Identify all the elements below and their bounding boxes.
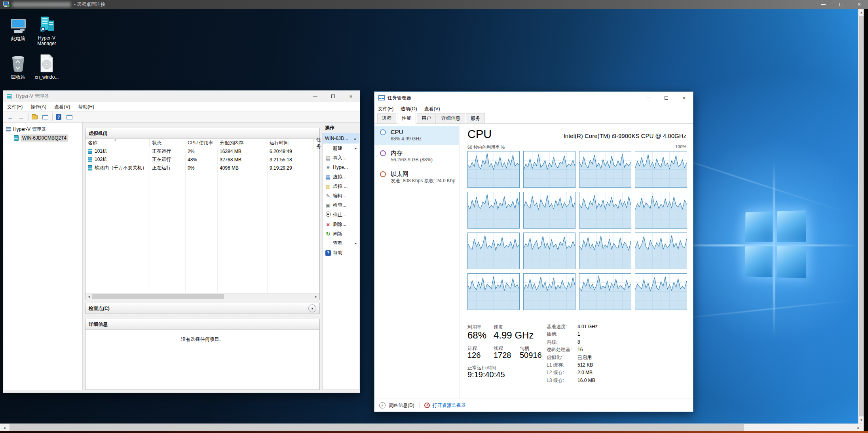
column-memory[interactable]: 分配的内存: [217, 139, 267, 147]
cpu-core-graph-cpu-12[interactable]: [467, 273, 520, 310]
cpu-core-graph-cpu-8[interactable]: [467, 233, 520, 269]
action-停止[interactable]: 停止...: [323, 210, 359, 219]
action-删除[interactable]: ×删除...: [323, 219, 359, 229]
desktop-icon-iso-file[interactable]: cn_windo...: [30, 53, 63, 80]
cpu-core-graph-cpu-10[interactable]: [579, 233, 631, 269]
tab-详细信息[interactable]: 详细信息: [437, 113, 465, 123]
cpu-core-graph-cpu-11[interactable]: [635, 233, 687, 269]
cpu-core-graph-cpu-14[interactable]: [579, 273, 631, 310]
help-icon[interactable]: ?: [55, 113, 63, 121]
spec-row: 插槽:1: [547, 331, 598, 338]
scroll-down-icon[interactable]: ▾: [859, 416, 864, 424]
vm-row-软路由（千万不要关机）[interactable]: 软路由（千万不要关机）正在运行0%4096 MB9.19:29:29: [85, 164, 319, 172]
rdp-close-button[interactable]: ×: [850, 0, 868, 9]
checkpoints-section[interactable]: 检查点(C) ▾: [85, 303, 320, 314]
stop-service-icon: [324, 212, 332, 218]
checkpoints-expand-button[interactable]: ▾: [308, 304, 316, 312]
menu-options[interactable]: 选项(O): [397, 106, 420, 112]
action-虚拟[interactable]: ▥虚拟 ...: [323, 182, 359, 191]
menu-view[interactable]: 查看(V): [50, 104, 74, 110]
column-name[interactable]: 名称∧: [85, 139, 150, 147]
taskmgr-minimize-button[interactable]: [640, 92, 657, 104]
column-uptime[interactable]: 运行时间: [267, 139, 314, 147]
actions-host-item[interactable]: WIN-6JD... ▲: [323, 133, 359, 144]
taskmgr-titlebar[interactable]: 任务管理器 ×: [374, 92, 693, 104]
rdp-horizontal-scrollbar[interactable]: ◂ ▸: [0, 424, 863, 431]
action-新建[interactable]: 新建▸: [323, 144, 359, 153]
forward-icon[interactable]: →: [17, 113, 25, 121]
open-resource-monitor-link[interactable]: 打开资源监视器: [433, 402, 466, 409]
cpu-core-graph-cpu-0[interactable]: [467, 151, 520, 188]
cpu-core-graph-cpu-6[interactable]: [579, 192, 631, 229]
scroll-up-icon[interactable]: ▴: [859, 9, 864, 16]
vertical-scroll-thumb[interactable]: [859, 16, 864, 416]
console-window-icon[interactable]: [41, 113, 49, 121]
action-虚拟[interactable]: ▦虚拟...: [323, 172, 359, 182]
action-刷新[interactable]: ↻刷新: [323, 229, 359, 238]
tree-item-host[interactable]: WIN-6JD0CMBQ2T4: [4, 134, 82, 142]
tab-性能[interactable]: 性能: [397, 113, 416, 124]
toolbar-separator: [52, 113, 53, 121]
hyperv-minimize-button[interactable]: [306, 91, 324, 102]
collapse-details-icon[interactable]: ∧: [379, 402, 386, 408]
handles-value: 50916: [520, 351, 542, 360]
menu-action[interactable]: 操作(A): [27, 104, 50, 110]
scroll-right-icon[interactable]: ▸: [854, 424, 863, 431]
resource-monitor-icon: [424, 403, 430, 408]
tab-服务[interactable]: 服务: [466, 113, 485, 123]
perf-sidebar-item-以太网[interactable]: 以太网发送: 808 Kbps 接收: 24.0 Kbp: [374, 168, 459, 187]
desktop-icon-hyperv-manager[interactable]: Hyper-V Manager: [30, 14, 63, 46]
scroll-left-icon[interactable]: ◂: [0, 424, 9, 431]
column-cpu[interactable]: CPU 使用率: [185, 139, 217, 147]
details-empty-text: 没有选择任何项目。: [85, 330, 319, 343]
show-action-pane-icon[interactable]: [65, 113, 73, 121]
cpu-core-graph-cpu-4[interactable]: [467, 192, 520, 229]
menu-file[interactable]: 文件(F): [374, 106, 397, 112]
rdp-minimize-button[interactable]: [815, 0, 832, 9]
menu-view[interactable]: 查看(V): [421, 106, 444, 112]
rdp-maximize-button[interactable]: [832, 0, 850, 9]
summary-toggle[interactable]: 简略信息(D): [389, 402, 414, 409]
back-icon[interactable]: ←: [6, 113, 14, 121]
collapse-icon[interactable]: ▲: [353, 137, 357, 140]
action-编辑[interactable]: ✎编辑...: [323, 191, 359, 200]
horizontal-scroll-thumb[interactable]: [9, 424, 744, 431]
vm-row-102机[interactable]: 102机正在运行48%32768 MB3.21:55:18: [85, 155, 319, 164]
perf-sidebar-item-内存[interactable]: 内存56.2/63.9 GB (88%): [374, 147, 459, 166]
cpu-core-graph-cpu-9[interactable]: [523, 233, 576, 269]
hyperv-titlebar[interactable]: Hyper-V 管理器 ×: [3, 91, 360, 102]
cpu-core-graph-cpu-1[interactable]: [523, 151, 576, 188]
action-帮助[interactable]: ?帮助: [323, 248, 359, 257]
menu-file[interactable]: 文件(F): [3, 104, 27, 110]
taskmgr-close-button[interactable]: ×: [675, 92, 693, 104]
vm-horizontal-scrollbar[interactable]: ◂ ▸: [85, 293, 319, 300]
cpu-core-graph-cpu-2[interactable]: [579, 151, 631, 188]
cpu-core-graph-cpu-13[interactable]: [523, 273, 576, 310]
spec-row: 逻辑处理器:16: [547, 346, 598, 354]
tab-进程[interactable]: 进程: [377, 113, 396, 123]
column-state[interactable]: 状态: [150, 139, 185, 147]
cpu-core-graph-cpu-7[interactable]: [635, 192, 687, 229]
action-检查[interactable]: ▣检查...: [323, 200, 359, 210]
perf-sidebar-item-CPU[interactable]: CPU68% 4.99 GHz: [374, 126, 459, 145]
cpu-core-graph-cpu-15[interactable]: [635, 273, 687, 310]
tree-item-root[interactable]: Hyper-V 管理器: [4, 125, 82, 134]
cpu-core-graph-cpu-3[interactable]: [635, 151, 687, 188]
scroll-thumb[interactable]: [92, 294, 224, 299]
taskmgr-maximize-button[interactable]: [657, 92, 675, 104]
export-folder-icon[interactable]: [30, 113, 38, 121]
rdp-vertical-scrollbar[interactable]: ▴ ▾: [858, 9, 864, 424]
scroll-left-icon[interactable]: ◂: [85, 295, 92, 299]
hyperv-close-button[interactable]: ×: [342, 91, 360, 102]
action-查看[interactable]: 查看▸: [323, 238, 359, 248]
hyperv-maximize-button[interactable]: [324, 91, 342, 102]
tab-用户[interactable]: 用户: [417, 113, 436, 123]
hyperv-toolbar: ← → ?: [3, 112, 360, 123]
menu-help[interactable]: 帮助(H): [74, 104, 98, 110]
action-导入[interactable]: ▤导入...: [323, 153, 359, 163]
cpu-core-graph-cpu-5[interactable]: [523, 192, 576, 229]
windows-logo: [745, 210, 808, 280]
scroll-right-icon[interactable]: ▸: [313, 295, 319, 299]
vm-row-101机[interactable]: 101机正在运行2%16384 MB6.20:49:49: [85, 147, 319, 155]
action-Hype[interactable]: ≡Hype...: [323, 163, 359, 172]
